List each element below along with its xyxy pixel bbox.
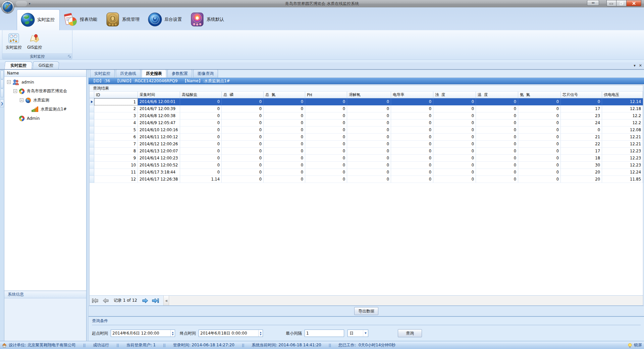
- table-cell[interactable]: 22: [561, 141, 602, 148]
- dialog-launcher-icon[interactable]: [68, 55, 71, 59]
- table-cell[interactable]: 0: [180, 119, 222, 127]
- pager-last-button[interactable]: [151, 297, 160, 305]
- table-row[interactable]: 62014/6/11 12:00:120000000002112.21: [90, 134, 643, 141]
- column-header-采集时间[interactable]: 采集时间: [138, 92, 180, 98]
- table-row[interactable]: 112014/6/17 3:18:440000000002012.24: [90, 169, 643, 176]
- table-row[interactable]: 122014/6/17 12:26:381.14000000002011.85: [90, 176, 643, 183]
- ribbon-button-GIS监控[interactable]: GIS监控: [26, 32, 43, 51]
- table-cell[interactable]: 0: [476, 169, 518, 176]
- workspace-tab-历史曲线[interactable]: 历史曲线: [116, 69, 141, 78]
- table-cell[interactable]: 0: [518, 176, 561, 183]
- table-cell[interactable]: 0: [347, 98, 391, 105]
- table-cell[interactable]: 0: [180, 148, 222, 155]
- table-cell[interactable]: 0: [264, 148, 305, 155]
- ribbon-tab-报表功能[interactable]: 报表功能: [60, 9, 102, 30]
- table-cell[interactable]: 0: [476, 141, 518, 148]
- table-cell[interactable]: 17: [561, 148, 602, 155]
- tree-column-header[interactable]: Name: [4, 70, 86, 77]
- table-cell[interactable]: 0: [391, 105, 433, 112]
- table-cell[interactable]: 12.24: [602, 169, 643, 176]
- table-cell[interactable]: 0: [305, 119, 347, 127]
- table-cell[interactable]: 20: [561, 176, 602, 183]
- table-cell[interactable]: 5: [94, 127, 138, 134]
- pager-next-button[interactable]: [141, 297, 150, 305]
- column-header-电导率[interactable]: 电导率: [391, 92, 433, 98]
- ribbon-button-实时监控[interactable]: 实时监控: [4, 32, 23, 51]
- table-cell[interactable]: 21: [561, 134, 602, 141]
- table-cell[interactable]: 20: [561, 169, 602, 176]
- table-row[interactable]: 72014/6/12 12:00:260000000002212.21: [90, 141, 643, 148]
- table-row[interactable]: 22014/6/7 12:00:390000000001712.18: [90, 105, 643, 112]
- table-cell[interactable]: 17: [561, 105, 602, 112]
- table-cell[interactable]: 8: [94, 148, 138, 155]
- table-cell[interactable]: 2014/6/11 12:00:12: [138, 134, 180, 141]
- table-cell[interactable]: 0: [518, 148, 561, 155]
- table-cell[interactable]: 0: [347, 169, 391, 176]
- table-cell[interactable]: 0: [305, 134, 347, 141]
- table-cell[interactable]: 0: [180, 105, 222, 112]
- table-cell[interactable]: 2014/6/10 12:00:16: [138, 127, 180, 134]
- table-cell[interactable]: 0: [180, 155, 222, 162]
- tree-item-水质监测[interactable]: 水质监测: [4, 96, 86, 105]
- ribbon-tab-后台设置[interactable]: 后台设置: [144, 9, 186, 30]
- pager-first-button[interactable]: [91, 297, 100, 305]
- table-cell[interactable]: 0: [222, 98, 264, 105]
- table-cell[interactable]: 0: [305, 176, 347, 183]
- table-cell[interactable]: 1.14: [180, 176, 222, 183]
- table-cell[interactable]: 0: [264, 134, 305, 141]
- table-cell[interactable]: 0: [222, 134, 264, 141]
- workspace-tab-实时监控[interactable]: 实时监控: [90, 69, 115, 78]
- table-cell[interactable]: 0: [347, 105, 391, 112]
- doc-tab-GIS监控[interactable]: GIS监控: [33, 61, 60, 69]
- horizontal-scrollbar[interactable]: ◀: [163, 296, 643, 305]
- table-cell[interactable]: 0: [476, 148, 518, 155]
- table-cell[interactable]: 0: [180, 98, 222, 105]
- table-cell[interactable]: 0: [391, 119, 433, 127]
- ribbon-tab-系统默认[interactable]: 系统默认: [186, 9, 229, 30]
- table-cell[interactable]: 0: [391, 127, 433, 134]
- table-cell[interactable]: 0: [518, 162, 561, 169]
- table-cell[interactable]: 0: [518, 112, 561, 119]
- table-cell[interactable]: 12.14: [602, 98, 643, 105]
- table-cell[interactable]: 12.23: [602, 155, 643, 162]
- table-cell[interactable]: 12.18: [602, 105, 643, 112]
- column-header-ID[interactable]: ID: [94, 92, 138, 98]
- table-cell[interactable]: 0: [264, 155, 305, 162]
- table-cell[interactable]: 0: [476, 155, 518, 162]
- table-cell[interactable]: 0: [264, 176, 305, 183]
- table-cell[interactable]: 0: [433, 169, 476, 176]
- workspace-tab-历史报表[interactable]: 历史报表: [142, 69, 166, 78]
- table-cell[interactable]: 0: [347, 112, 391, 119]
- table-cell[interactable]: 0: [433, 105, 476, 112]
- table-row[interactable]: 92014/6/14 12:00:230000000001812.23: [90, 155, 643, 162]
- table-cell[interactable]: 0: [391, 169, 433, 176]
- table-cell[interactable]: 0: [305, 169, 347, 176]
- table-cell[interactable]: 1: [94, 98, 138, 105]
- table-cell[interactable]: 11: [94, 169, 138, 176]
- interval-unit-dropdown[interactable]: 日 ▼: [347, 330, 368, 337]
- table-cell[interactable]: 0: [305, 127, 347, 134]
- table-cell[interactable]: 0: [433, 176, 476, 183]
- table-cell[interactable]: 0: [264, 169, 305, 176]
- table-cell[interactable]: 0: [264, 162, 305, 169]
- table-cell[interactable]: 0: [180, 127, 222, 134]
- table-cell[interactable]: 0: [347, 127, 391, 134]
- table-cell[interactable]: 0: [476, 112, 518, 119]
- column-header-芯片信号[interactable]: 芯片信号: [561, 92, 602, 98]
- table-cell[interactable]: 0: [264, 98, 305, 105]
- table-cell[interactable]: 0: [518, 155, 561, 162]
- table-cell[interactable]: 6: [94, 134, 138, 141]
- table-cell[interactable]: 2014/6/15 12:00:52: [138, 162, 180, 169]
- ribbon-tab-系统管理[interactable]: 系统管理: [102, 9, 144, 30]
- table-cell[interactable]: 2014/6/17 12:26:38: [138, 176, 180, 183]
- table-cell[interactable]: 0: [347, 134, 391, 141]
- tree-expander-icon[interactable]: [13, 89, 17, 93]
- table-cell[interactable]: 2014/6/9 12:05:47: [138, 119, 180, 127]
- table-row[interactable]: 52014/6/10 12:00:16000000000012.08: [90, 127, 643, 134]
- dock-expand-arrow-icon[interactable]: ❯: [0, 99, 4, 107]
- tree-expander-icon[interactable]: [7, 80, 11, 84]
- table-cell[interactable]: 0: [180, 112, 222, 119]
- table-cell[interactable]: 0: [391, 134, 433, 141]
- table-cell[interactable]: 0: [518, 141, 561, 148]
- table-cell[interactable]: 0: [305, 155, 347, 162]
